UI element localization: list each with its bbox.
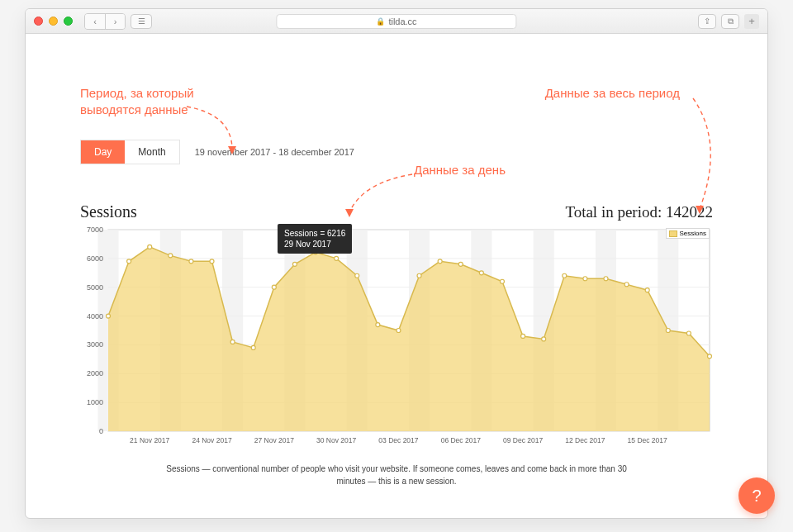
back-icon[interactable]: ‹ [85, 14, 105, 29]
month-button[interactable]: Month [125, 140, 178, 164]
svg-text:6000: 6000 [87, 254, 103, 263]
sessions-chart[interactable]: 0100020003000400050006000700021 Nov 2017… [80, 225, 715, 454]
new-tab-icon[interactable]: + [744, 14, 759, 29]
svg-text:27 Nov 2017: 27 Nov 2017 [254, 436, 294, 444]
svg-point-48 [479, 271, 483, 275]
svg-text:30 Nov 2017: 30 Nov 2017 [316, 436, 356, 444]
day-button[interactable]: Day [81, 140, 125, 164]
chart-header: Sessions Total in period: 142022 [80, 202, 713, 221]
chart-area: 0100020003000400050006000700021 Nov 2017… [80, 225, 713, 454]
annotation-whole: Данные за весь период [545, 85, 680, 102]
svg-point-58 [686, 331, 691, 335]
svg-point-52 [563, 273, 567, 278]
svg-point-47 [458, 262, 463, 266]
lock-icon: 🔒 [376, 17, 385, 26]
svg-text:2000: 2000 [87, 369, 103, 378]
svg-text:4000: 4000 [87, 312, 103, 321]
svg-point-42 [355, 273, 359, 278]
svg-point-46 [438, 259, 442, 264]
svg-text:06 Dec 2017: 06 Dec 2017 [441, 436, 481, 444]
period-toolbar: Day Month 19 november 2017 - 18 december… [80, 140, 713, 164]
svg-point-50 [521, 334, 525, 338]
svg-point-44 [396, 329, 401, 333]
url-text: tilda.cc [388, 17, 416, 26]
svg-text:5000: 5000 [87, 283, 103, 292]
svg-point-41 [335, 256, 339, 260]
svg-point-43 [376, 323, 380, 327]
svg-point-35 [210, 259, 214, 264]
svg-point-30 [107, 314, 111, 318]
svg-point-49 [500, 279, 504, 283]
chart-footnote: Sessions — conventional number of people… [80, 463, 713, 487]
nav-back-forward[interactable]: ‹ › [84, 13, 126, 30]
svg-point-53 [583, 277, 587, 281]
svg-point-31 [127, 259, 131, 264]
svg-text:1000: 1000 [87, 398, 103, 406]
svg-point-32 [148, 245, 152, 249]
svg-point-36 [230, 340, 235, 344]
browser-titlebar: ‹ › ☰ 🔒 tilda.cc ⇪ ⧉ + [26, 9, 767, 34]
svg-point-54 [604, 277, 608, 281]
minimize-icon[interactable] [49, 17, 58, 26]
period-segment: Day Month [80, 140, 180, 164]
date-range: 19 november 2017 - 18 december 2017 [195, 147, 354, 157]
maximize-icon[interactable] [64, 17, 73, 26]
browser-window: ‹ › ☰ 🔒 tilda.cc ⇪ ⧉ + Период, за которы… [25, 8, 768, 519]
svg-text:12 Dec 2017: 12 Dec 2017 [565, 436, 605, 444]
window-controls [34, 17, 73, 26]
svg-text:7000: 7000 [87, 226, 103, 234]
help-button[interactable]: ? [738, 477, 775, 514]
svg-text:24 Nov 2017: 24 Nov 2017 [192, 436, 231, 444]
svg-point-38 [272, 285, 276, 289]
svg-point-45 [417, 273, 421, 278]
svg-point-55 [624, 283, 629, 287]
svg-text:15 Dec 2017: 15 Dec 2017 [628, 436, 667, 444]
svg-text:03 Dec 2017: 03 Dec 2017 [378, 436, 418, 444]
svg-point-34 [189, 259, 193, 264]
svg-point-39 [292, 262, 297, 266]
share-icon[interactable]: ⇪ [698, 14, 716, 29]
total-in-period: Total in period: 142022 [565, 203, 713, 221]
svg-point-51 [542, 337, 546, 341]
svg-text:0: 0 [99, 427, 103, 435]
close-icon[interactable] [34, 17, 43, 26]
forward-icon[interactable]: › [105, 14, 125, 29]
sidebar-toggle-icon[interactable]: ☰ [131, 14, 152, 29]
tabs-icon[interactable]: ⧉ [721, 14, 739, 29]
svg-point-33 [169, 254, 173, 258]
chart-legend: Sessions [666, 228, 710, 239]
legend-swatch [669, 230, 677, 237]
address-bar[interactable]: 🔒 tilda.cc [276, 14, 516, 29]
page-content: Период, за который выводятся данные Данн… [26, 34, 767, 518]
svg-point-56 [645, 288, 649, 292]
svg-point-57 [666, 329, 670, 333]
svg-text:21 Nov 2017: 21 Nov 2017 [130, 436, 169, 444]
svg-text:09 Dec 2017: 09 Dec 2017 [503, 436, 543, 444]
chart-tooltip: Sessions = 6216 29 Nov 2017 [278, 224, 352, 254]
chart-title: Sessions [80, 202, 137, 221]
svg-text:3000: 3000 [87, 340, 103, 349]
svg-point-37 [251, 345, 255, 349]
annotation-period: Период, за который выводятся данные [80, 85, 229, 117]
svg-point-59 [708, 354, 712, 359]
